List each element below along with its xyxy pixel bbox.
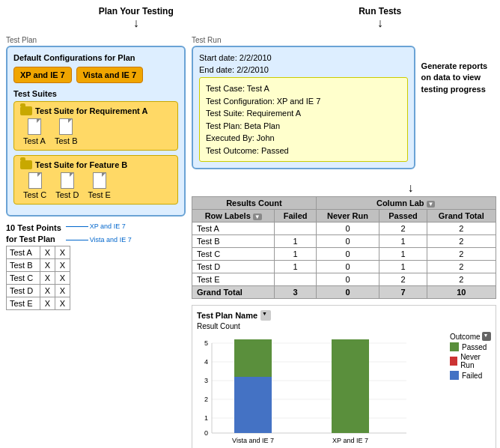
table-row: Test D1012 [192, 261, 496, 273]
bar-xp-passed [332, 339, 369, 433]
tooltip-line: Executed By: John [206, 132, 401, 145]
tooltip-line: Test Case: Test A [206, 82, 401, 95]
suite-title-b: Test Suite for Feature B [20, 160, 171, 169]
end-date: End date: 2/2/2010 [199, 65, 408, 74]
legend-title: Outcome [450, 332, 491, 341]
run-header: Run Tests [359, 6, 401, 16]
right-column: Test Run Start date: 2/2/2010 End date: … [192, 36, 496, 448]
test-run-section-label: Test Run [192, 36, 496, 44]
test-item-a: Test A [23, 118, 46, 145]
svg-text:XP and IE 7: XP and IE 7 [332, 437, 368, 444]
doc-icon-a [28, 118, 41, 135]
test-points-label: 10 Test Points for Test Plan [6, 223, 61, 246]
doc-icon-c [28, 172, 42, 189]
test-plan-section-label: Test Plan [6, 36, 186, 44]
test-item-d: Test D [55, 172, 79, 199]
suite-box-b: Test Suite for Feature B Test C Test D T… [13, 155, 178, 205]
generate-arrow: ↓ [192, 181, 496, 195]
folder-icon-a [20, 106, 32, 115]
tooltip-box: Test Case: Test ATest Configuration: XP … [199, 77, 408, 162]
suite-box-a: Test Suite for Requirement A Test A Test… [13, 101, 178, 151]
results-table-header: Row Labels ▼FailedNever RunPassedGrand T… [192, 210, 496, 223]
test-point-row: Test EXX [7, 297, 70, 309]
run-arrow: ↓ [359, 16, 401, 30]
chart-section: Test Plan Name Result Count 5 4 3 2 1 0 [192, 305, 496, 448]
legend-dropdown[interactable] [482, 332, 491, 341]
config-label-vista: Vista and IE 7 [66, 236, 132, 243]
table-row: Test C1012 [192, 248, 496, 261]
table-row: Test E022 [192, 273, 496, 286]
plan-arrow: ↓ [99, 16, 174, 30]
doc-icon-e [93, 172, 106, 189]
test-points-table: Test AXXTest BXXTest CXXTest DXXTest EXX [6, 246, 70, 310]
svg-text:5: 5 [204, 339, 208, 347]
start-date: Start date: 2/2/2010 [199, 53, 408, 62]
legend-color-neverrun [450, 357, 457, 366]
svg-text:Vista and IE 7: Vista and IE 7 [232, 437, 274, 444]
suite-a-tests: Test A Test B [20, 118, 171, 145]
svg-text:0: 0 [204, 429, 208, 437]
folder-icon-b [20, 160, 32, 169]
test-run-box: Start date: 2/2/2010 End date: 2/2/2010 … [192, 46, 415, 169]
chart-result-label: Result Count [197, 322, 491, 330]
test-point-row: Test AXX [7, 246, 70, 258]
results-table: Results CountColumn Lab ▼Row Labels ▼Fai… [192, 196, 496, 299]
plan-header: Plan Your Testing [99, 6, 174, 16]
chart-title: Test Plan Name [197, 311, 257, 320]
config-btn-xp[interactable]: XP and IE 7 [13, 67, 72, 83]
config-label-xp: XP and IE 7 [66, 223, 132, 230]
results-section: Results CountColumn Lab ▼Row Labels ▼Fai… [192, 196, 496, 299]
results-table-top-header: Results CountColumn Lab ▼ [192, 197, 496, 210]
doc-icon-b [59, 118, 73, 135]
legend-color-failed [450, 371, 459, 380]
test-point-row: Test DXX [7, 284, 70, 297]
test-points-section: 10 Test Points for Test Plan XP and IE 7… [6, 223, 186, 310]
legend-color-passed [450, 342, 459, 351]
bar-vista-passed [234, 339, 272, 377]
legend-failed: Failed [450, 371, 491, 380]
config-btn-vista[interactable]: Vista and IE 7 [76, 67, 143, 83]
svg-text:4: 4 [204, 358, 208, 366]
test-item-c: Test C [23, 172, 46, 199]
svg-text:3: 3 [204, 377, 208, 384]
test-plan-box: Default Configurations for Plan XP and I… [6, 46, 186, 217]
config-buttons-row: XP and IE 7 Vista and IE 7 [13, 67, 178, 83]
test-item-e: Test E [88, 172, 111, 199]
svg-text:1: 1 [204, 414, 208, 422]
chart-svg-area: 5 4 3 2 1 0 [197, 332, 444, 446]
test-point-row: Test BXX [7, 258, 70, 271]
bar-vista-failed [234, 377, 272, 433]
table-row: Test A022 [192, 223, 496, 235]
chart-header: Test Plan Name [197, 310, 491, 321]
chart-filter-icon[interactable] [260, 310, 271, 321]
tooltip-line: Test Outcome: Passed [206, 145, 401, 157]
tooltip-line: Test Plan: Beta Plan [206, 120, 401, 133]
grand-total-row: Grand Total30710 [192, 286, 496, 299]
chart-body: 5 4 3 2 1 0 [197, 332, 491, 446]
suite-title-a: Test Suite for Requirement A [20, 106, 171, 115]
tooltip-line: Test Configuration: XP and IE 7 [206, 95, 401, 108]
test-item-b: Test B [55, 118, 78, 145]
default-config-label: Default Configurations for Plan [13, 53, 178, 62]
legend-neverrun: Never Run [450, 353, 491, 369]
generate-label: Generate reports on data to view testing… [421, 46, 496, 175]
test-point-row: Test CXX [7, 271, 70, 284]
doc-icon-d [61, 172, 74, 189]
left-column: Test Plan Default Configurations for Pla… [6, 36, 186, 448]
svg-text:2: 2 [204, 396, 208, 403]
legend-passed: Passed [450, 342, 491, 351]
chart-svg: 5 4 3 2 1 0 [197, 332, 444, 444]
chart-legend: Outcome Passed Never Run Failed [450, 332, 491, 446]
suite-b-tests: Test C Test D Test E [20, 172, 171, 199]
test-suites-label: Test Suites [13, 89, 178, 98]
tooltip-line: Test Suite: Requirement A [206, 107, 401, 120]
table-row: Test B1012 [192, 235, 496, 248]
